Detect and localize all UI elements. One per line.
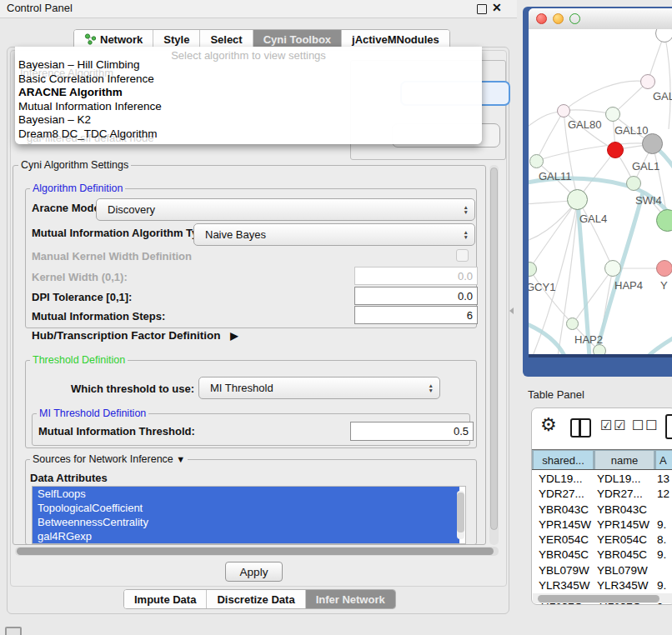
float-window-icon[interactable] <box>477 4 487 14</box>
mi-threshold-field[interactable]: 0.5 <box>350 422 474 441</box>
list-item[interactable]: gal4RGexp <box>33 529 459 543</box>
splitter-collapse-icon[interactable] <box>509 308 514 314</box>
split-view-icon[interactable] <box>570 418 591 438</box>
list-item[interactable]: BetweennessCentrality <box>33 515 459 529</box>
close-icon[interactable]: ✕ <box>492 1 502 14</box>
tab-cyni-toolbox-label: Cyni Toolbox <box>263 33 331 46</box>
tab-network[interactable]: Network <box>74 30 153 48</box>
tab-infer-network[interactable]: Infer Network <box>306 590 395 608</box>
algorithm-option[interactable]: Dream8 DC_TDC Algorithm <box>18 128 158 141</box>
sources-toggle[interactable]: Sources for Network Inference ▼ <box>30 453 188 465</box>
column-header[interactable]: A <box>656 451 672 469</box>
tab-select-label: Select <box>210 33 242 46</box>
tab-jactivemnodules[interactable]: jActiveMNodules <box>342 30 449 48</box>
kernel-width-label: Kernel Width (0,1): <box>32 271 128 284</box>
node-label: GAL <box>653 90 672 102</box>
mi-threshold-value: 0.5 <box>454 425 469 438</box>
network-canvas[interactable]: GAL GAL80 GAL10 GAL1 GAL11 SWI4 GAL4 GCY… <box>529 29 672 354</box>
network-node-red[interactable] <box>607 142 624 158</box>
table-panel-window: ⚙ ☑☑ ☐☐ shared... name A YDL19...YDL19..… <box>531 408 672 605</box>
network-node-gal10[interactable] <box>605 107 620 122</box>
node-label: HAP4 <box>614 279 643 292</box>
tab-discretize-data[interactable]: Discretize Data <box>207 590 305 608</box>
algorithm-option-highlighted[interactable]: ARACNE Algorithm <box>18 86 123 99</box>
which-threshold-value: MI Threshold <box>199 382 273 394</box>
node-label: SWI4 <box>635 194 662 207</box>
network-node-swi4[interactable] <box>626 176 641 191</box>
network-node-hap2[interactable] <box>566 318 579 330</box>
table-row[interactable]: YDL19...YDL19...13 <box>532 472 672 487</box>
screen: Control Panel ✕ Network Style Select Cyn… <box>0 0 672 635</box>
stepper-icon: ▲▼ <box>464 230 469 239</box>
which-threshold-combo[interactable]: MI Threshold ▲▼ <box>198 377 440 399</box>
table-row[interactable]: YBL079WYBL079W <box>532 563 672 578</box>
network-node-gal80[interactable] <box>557 104 570 118</box>
kernel-width-field[interactable]: 0.0 <box>354 267 478 285</box>
network-node-gal4[interactable] <box>567 189 588 210</box>
data-attributes-list[interactable]: SelfLoops TopologicalCoefficient Between… <box>32 486 466 544</box>
table-row[interactable]: YBR043CYBR043C <box>532 502 672 518</box>
node-label: Y <box>660 279 668 292</box>
network-node-hap4[interactable] <box>604 260 621 277</box>
table-hscrollbar[interactable] <box>533 593 672 603</box>
corner-widget-icon[interactable] <box>5 627 22 635</box>
dpi-tolerance-field[interactable]: 0.0 <box>354 287 478 305</box>
zoom-traffic-light-icon[interactable] <box>569 13 580 24</box>
aracne-mode-combo[interactable]: Discovery ▲▼ <box>96 198 475 221</box>
threshold-definition-label: Threshold Definition <box>30 354 128 366</box>
minimize-traffic-light-icon[interactable] <box>553 13 564 24</box>
mi-steps-field[interactable]: 6 <box>354 306 478 324</box>
tab-cyni-toolbox[interactable]: Cyni Toolbox <box>253 30 342 48</box>
tab-infer-network-label: Infer Network <box>316 593 385 606</box>
network-view-window[interactable]: GAL GAL80 GAL10 GAL1 GAL11 SWI4 GAL4 GCY… <box>529 8 672 354</box>
algorithm-option[interactable]: Bayesian – K2 <box>18 113 91 127</box>
table-row[interactable]: YPR145WYPR145W9. <box>532 518 672 532</box>
network-tab-icon <box>84 33 97 45</box>
column-header-label: shared... <box>542 454 584 467</box>
hub-definition-toggle[interactable]: Hub/Transcription Factor Definition ▶ <box>32 329 238 342</box>
select-all-icon[interactable]: ☑☑ <box>600 418 628 433</box>
tab-network-label: Network <box>100 33 143 46</box>
list-scrollbar[interactable] <box>457 491 464 539</box>
tab-select[interactable]: Select <box>200 30 253 48</box>
hub-definition-label: Hub/Transcription Factor Definition <box>32 329 221 342</box>
column-header[interactable]: name <box>595 451 654 469</box>
which-threshold-label: Which threshold to use: <box>71 382 194 396</box>
settings-scrollbar[interactable] <box>489 165 499 545</box>
new-table-icon[interactable] <box>665 414 672 439</box>
cyni-algorithm-settings-label: Cyni Algorithm Settings <box>18 159 131 171</box>
node-label: GCY1 <box>529 281 555 293</box>
table-row[interactable]: YER054CYER054C8. <box>532 532 672 548</box>
column-header-label: name <box>611 454 639 467</box>
list-item[interactable]: TopologicalCoefficient <box>33 501 459 515</box>
deselect-all-icon[interactable]: ☐☐ <box>632 418 659 433</box>
table-row[interactable]: YLR345WYLR345W9. <box>532 578 672 593</box>
node-label: HAP2 <box>574 333 603 346</box>
node-label: GAL80 <box>568 118 601 131</box>
network-node-gal11[interactable] <box>529 154 544 168</box>
list-item[interactable]: SelfLoops <box>33 487 459 501</box>
algorithm-option[interactable]: Basic Correlation Inference <box>18 72 154 86</box>
table-row[interactable]: YDR27...YDR27...12 <box>532 487 672 502</box>
tab-impute-data[interactable]: Impute Data <box>124 590 207 608</box>
kernel-width-value: 0.0 <box>458 270 473 282</box>
network-node-salmon[interactable] <box>656 260 672 277</box>
algorithm-option[interactable]: Mutual Information Inference <box>18 100 162 113</box>
algorithm-option[interactable]: Bayesian – Hill Climbing <box>18 58 140 72</box>
close-traffic-light-icon[interactable] <box>536 13 547 24</box>
tab-style[interactable]: Style <box>153 30 200 48</box>
mi-steps-value: 6 <box>467 309 473 322</box>
table-panel-title: Table Panel <box>528 388 584 401</box>
stepper-icon: ▲▼ <box>429 383 434 392</box>
gear-icon[interactable]: ⚙ <box>540 414 557 436</box>
manual-kernel-label: Manual Kernel Width Definition <box>32 250 192 263</box>
settings-hscrollbar[interactable] <box>15 547 499 556</box>
network-node[interactable] <box>640 74 655 89</box>
table-row[interactable]: YBR045CYBR045C9. <box>532 548 672 562</box>
apply-button[interactable]: Apply <box>225 562 283 582</box>
mi-type-combo[interactable]: Naive Bayes ▲▼ <box>193 223 475 246</box>
mi-type-value: Naive Bayes <box>194 228 266 241</box>
manual-kernel-checkbox[interactable] <box>456 249 469 262</box>
column-header[interactable]: shared... <box>534 451 593 469</box>
tab-jactivemnodules-label: jActiveMNodules <box>352 33 439 46</box>
